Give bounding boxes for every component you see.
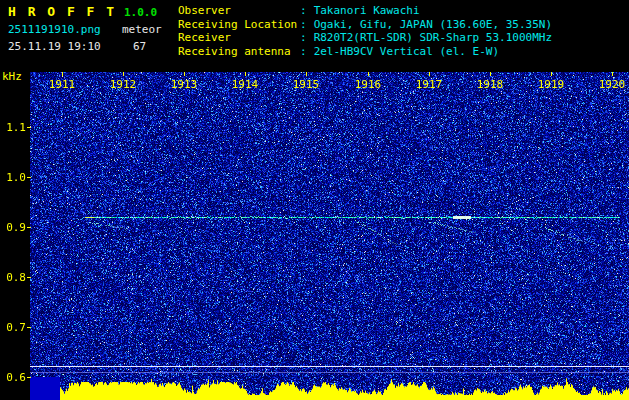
x-tick-mark [245, 72, 246, 76]
station-info: Observer : Takanori Kawachi Receiving Lo… [178, 4, 552, 58]
info-separator: : [300, 31, 307, 45]
spectrogram-canvas [30, 72, 629, 400]
x-tick-mark [368, 72, 369, 76]
info-separator: : [300, 4, 307, 18]
y-tick-mark [27, 327, 31, 328]
y-tick-mark [27, 227, 31, 228]
y-axis-unit: kHz [2, 70, 22, 83]
mode-label: meteor [122, 23, 162, 36]
y-tick-label: 0.9 [0, 221, 26, 234]
info-value: 2el-HB9CV Vertical (el. E-W) [314, 45, 499, 59]
y-tick-label: 1.1 [0, 121, 26, 134]
y-tick-mark [27, 277, 31, 278]
info-row-observer: Observer : Takanori Kawachi [178, 4, 552, 18]
info-value: Ogaki, Gifu, JAPAN (136.60E, 35.35N) [314, 18, 552, 32]
info-separator: : [300, 18, 307, 32]
echo-count: 67 [133, 40, 146, 53]
x-tick-label: 1913 [171, 78, 198, 91]
x-tick-label: 1914 [232, 78, 259, 91]
x-tick-label: 1917 [416, 78, 443, 91]
info-label: Receiving antenna [178, 45, 300, 59]
hrofft-window: H R O F F T 1.0.0 2511191910.png meteor … [0, 0, 629, 400]
y-tick-mark [27, 377, 31, 378]
x-tick-label: 1912 [110, 78, 137, 91]
x-tick-label: 1915 [293, 78, 320, 91]
timestamp: 25.11.19 19:10 [8, 40, 101, 53]
app-version: 1.0.0 [124, 6, 157, 19]
x-tick-mark [551, 72, 552, 76]
info-label: Observer [178, 4, 300, 18]
x-tick-mark [123, 72, 124, 76]
info-row-antenna: Receiving antenna : 2el-HB9CV Vertical (… [178, 45, 552, 59]
y-tick-label: 0.8 [0, 271, 26, 284]
x-tick-mark [490, 72, 491, 76]
y-tick-label: 1.0 [0, 171, 26, 184]
x-tick-mark [612, 72, 613, 76]
info-row-receiver: Receiver : R820T2(RTL-SDR) SDR-Sharp 53.… [178, 31, 552, 45]
x-tick-label: 1918 [477, 78, 504, 91]
y-tick-label: 0.6 [0, 371, 26, 384]
x-tick-mark [306, 72, 307, 76]
x-tick-label: 1920 [599, 78, 626, 91]
filename: 2511191910.png [8, 23, 101, 36]
x-tick-label: 1916 [355, 78, 382, 91]
info-row-location: Receiving Location : Ogaki, Gifu, JAPAN … [178, 18, 552, 32]
info-value: R820T2(RTL-SDR) SDR-Sharp 53.1000MHz [314, 31, 552, 45]
info-label: Receiving Location [178, 18, 300, 32]
x-tick-mark [429, 72, 430, 76]
x-tick-mark [184, 72, 185, 76]
info-separator: : [300, 45, 307, 59]
x-tick-mark [62, 72, 63, 76]
info-label: Receiver [178, 31, 300, 45]
x-tick-label: 1919 [538, 78, 565, 91]
y-tick-mark [27, 177, 31, 178]
y-tick-mark [27, 127, 31, 128]
app-title: H R O F F T [8, 4, 116, 19]
info-value: Takanori Kawachi [314, 4, 420, 18]
y-tick-label: 0.7 [0, 321, 26, 334]
x-tick-label: 1911 [49, 78, 76, 91]
